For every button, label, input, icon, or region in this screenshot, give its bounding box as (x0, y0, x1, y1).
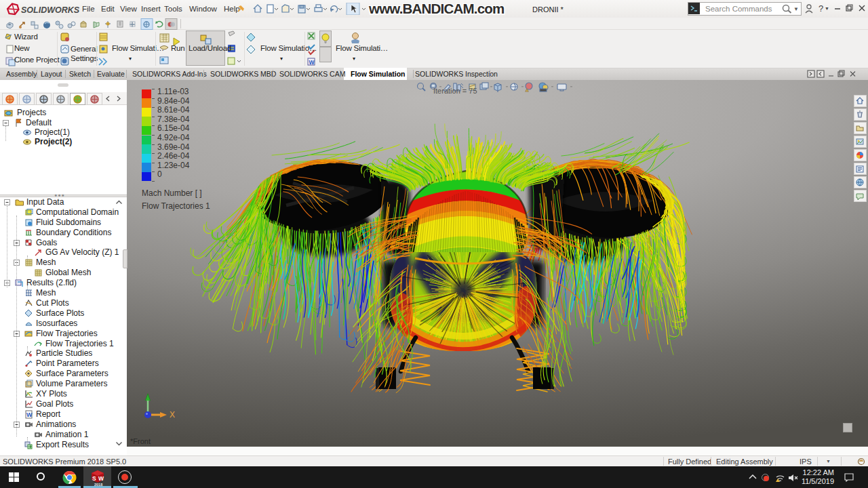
svg-text:SOLIDWORKS: SOLIDWORKS (21, 5, 80, 15)
svg-text:W: W (98, 475, 104, 482)
svg-text:W: W (26, 411, 33, 418)
svg-text:X: X (170, 410, 175, 420)
svg-text:W: W (309, 59, 315, 66)
svg-text:▼: ▼ (825, 6, 829, 11)
svg-text:S: S (92, 475, 96, 482)
svg-text:?: ? (818, 3, 823, 14)
